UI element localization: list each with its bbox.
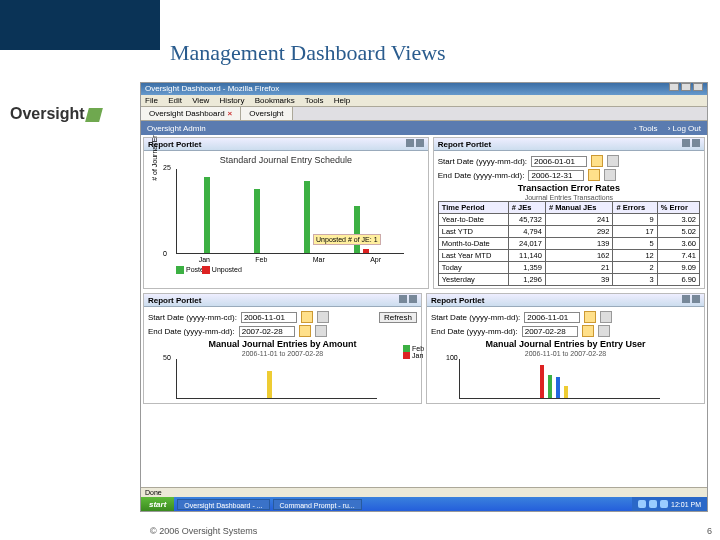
menu-tools[interactable]: Tools <box>305 96 324 105</box>
bar-feb-posted <box>254 189 260 253</box>
clear-icon[interactable] <box>598 325 610 337</box>
table-row: Last YTD4,794292175.02 <box>438 226 699 238</box>
table-header-row: Time Period # JEs # Manual JEs # Errors … <box>438 202 699 214</box>
start-button[interactable]: start <box>141 497 174 511</box>
bar-amount <box>267 371 272 398</box>
chart-subtitle: 2006-11-01 to 2007-02-28 <box>431 350 700 357</box>
logo-swoosh-icon <box>85 108 103 122</box>
chart-journal-schedule: # of Journal Entries 25 0 Unposted # of … <box>176 169 404 254</box>
copyright: © 2006 Oversight Systems <box>150 526 257 536</box>
windows-taskbar[interactable]: start Oversight Dashboard - ... Command … <box>141 497 707 511</box>
portlet-max-icon[interactable] <box>692 139 700 147</box>
slide-title: Management Dashboard Views <box>170 40 446 66</box>
calendar-icon[interactable] <box>591 155 603 167</box>
browser-tabs: Oversight Dashboard× Oversight <box>141 107 707 121</box>
menu-history[interactable]: History <box>220 96 245 105</box>
clear-icon[interactable] <box>604 169 616 181</box>
page-number: 6 <box>707 526 712 536</box>
close-icon[interactable] <box>693 83 703 91</box>
slide-accent-block <box>0 0 160 50</box>
app-header-left: Oversight Admin <box>147 124 206 133</box>
calendar-icon[interactable] <box>582 325 594 337</box>
browser-window: Oversight Dashboard - Mozilla Firefox Fi… <box>140 82 708 512</box>
table-title: Transaction Error Rates <box>438 183 700 193</box>
bar-jan-posted <box>204 177 210 253</box>
menu-bookmarks[interactable]: Bookmarks <box>255 96 295 105</box>
portlet-min-icon[interactable] <box>682 139 690 147</box>
clock: 12:01 PM <box>671 501 701 508</box>
chart-title: Standard Journal Entry Schedule <box>148 155 424 165</box>
portlet-journal-schedule: Report Portlet Standard Journal Entry Sc… <box>143 137 429 289</box>
error-rates-table: Time Period # JEs # Manual JEs # Errors … <box>438 201 700 286</box>
browser-statusbar: Done <box>141 487 707 497</box>
portlet-header: Report Portlet <box>148 296 201 305</box>
clear-icon[interactable] <box>600 311 612 323</box>
chart-by-user: 100 <box>459 359 660 399</box>
bar-apr-unposted <box>363 249 369 253</box>
link-logout[interactable]: › Log Out <box>668 124 701 133</box>
portlet-max-icon[interactable] <box>416 139 424 147</box>
portlet-header: Report Portlet <box>438 140 491 149</box>
window-controls[interactable] <box>667 83 703 95</box>
start-date-label: Start Date (yyyy-mm-dd): <box>438 157 527 166</box>
portlet-header: Report Portlet <box>431 296 484 305</box>
tab-close-icon[interactable]: × <box>228 109 233 118</box>
chart-title: Manual Journal Entries by Amount <box>148 339 417 349</box>
table-row: Year-to-Date45,73224193.02 <box>438 214 699 226</box>
table-row: Month-to-Date24,01713953.60 <box>438 238 699 250</box>
start-date-input[interactable] <box>241 312 297 323</box>
table-row: Today1,3592129.09 <box>438 262 699 274</box>
bar-apr-posted <box>354 206 360 253</box>
task-item[interactable]: Command Prompt - ru... <box>273 499 362 510</box>
system-tray[interactable]: 12:01 PM <box>632 497 707 511</box>
portlet-error-rates: Report Portlet Start Date (yyyy-mm-dd): … <box>433 137 705 289</box>
refresh-button[interactable]: Refresh <box>379 312 417 323</box>
chart-by-amount: 50 <box>176 359 377 399</box>
portlet-entries-by-user: Report Portlet Start Date (yyyy-mm-dd): … <box>426 293 705 404</box>
app-header: Oversight Admin › Tools › Log Out <box>141 121 707 135</box>
table-row: Last Year MTD11,140162127.41 <box>438 250 699 262</box>
clear-icon[interactable] <box>607 155 619 167</box>
tray-icon[interactable] <box>660 500 668 508</box>
calendar-icon[interactable] <box>584 311 596 323</box>
menu-edit[interactable]: Edit <box>168 96 182 105</box>
menu-view[interactable]: View <box>192 96 209 105</box>
portlet-min-icon[interactable] <box>406 139 414 147</box>
tray-icon[interactable] <box>638 500 646 508</box>
task-item[interactable]: Oversight Dashboard - ... <box>177 499 269 510</box>
tray-icon[interactable] <box>649 500 657 508</box>
portlet-entries-by-amount: Report Portlet Start Date (yyyy-mm-cd): … <box>143 293 422 404</box>
logo: Oversight <box>10 105 101 123</box>
tab-dashboard[interactable]: Oversight Dashboard× <box>141 107 241 120</box>
minimize-icon[interactable] <box>669 83 679 91</box>
start-date-input[interactable] <box>531 156 587 167</box>
calendar-icon[interactable] <box>588 169 600 181</box>
y-axis-label: # of Journal Entries <box>151 135 158 181</box>
chart-title: Manual Journal Entries by Entry User <box>431 339 700 349</box>
menu-file[interactable]: File <box>145 96 158 105</box>
end-date-input[interactable] <box>239 326 295 337</box>
chart-legend: Posted Unposted <box>176 266 424 274</box>
end-date-label: End Date (yyyy-mm-dd): <box>438 171 525 180</box>
browser-menubar[interactable]: File Edit View History Bookmarks Tools H… <box>141 95 707 107</box>
clear-icon[interactable] <box>315 325 327 337</box>
end-date-input[interactable] <box>522 326 578 337</box>
start-date-input[interactable] <box>524 312 580 323</box>
menu-help[interactable]: Help <box>334 96 350 105</box>
dashboard-content: Report Portlet Standard Journal Entry Sc… <box>141 135 707 497</box>
bar-mar-posted <box>304 181 310 253</box>
calendar-icon[interactable] <box>301 311 313 323</box>
clear-icon[interactable] <box>317 311 329 323</box>
table-row: Yesterday1,2963936.90 <box>438 274 699 286</box>
chart-tooltip: Unposted # of JE: 1 <box>313 234 380 245</box>
tab-oversight[interactable]: Oversight <box>241 107 292 120</box>
link-tools[interactable]: › Tools <box>634 124 657 133</box>
window-title: Oversight Dashboard - Mozilla Firefox <box>145 83 279 95</box>
end-date-input[interactable] <box>528 170 584 181</box>
table-subtitle: Journal Entries Transactions <box>438 194 700 201</box>
maximize-icon[interactable] <box>681 83 691 91</box>
calendar-icon[interactable] <box>299 325 311 337</box>
window-titlebar[interactable]: Oversight Dashboard - Mozilla Firefox <box>141 83 707 95</box>
chart-subtitle: 2006-11-01 to 2007-02-28 <box>148 350 417 357</box>
chart-legend: Feb Jan <box>403 345 419 359</box>
